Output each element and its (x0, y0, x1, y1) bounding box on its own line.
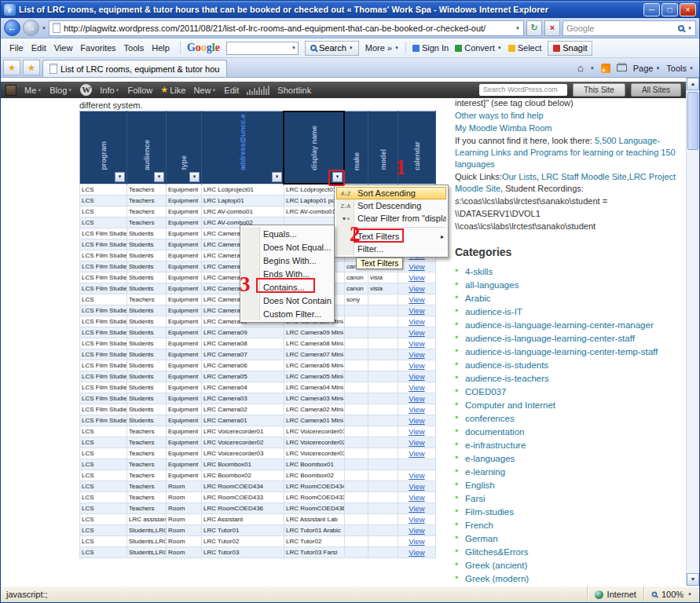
category-link-audience-is-teachers[interactable]: audience-is-teachers (465, 374, 549, 383)
zoom-control[interactable]: 100% ▼ (643, 587, 699, 602)
minimize-button[interactable]: ─ (643, 3, 660, 16)
filter-dropdown-button-program[interactable]: ▼ (115, 172, 125, 182)
wpbar-new-menu[interactable]: New▼ (193, 86, 216, 95)
sidebar-link[interactable]: My Moodle Wimba Room (455, 123, 552, 133)
submenu-item-begins-with[interactable]: Begins With... (242, 254, 332, 267)
view-link[interactable]: View (409, 372, 424, 381)
google-more-menu[interactable]: More » ▼ (365, 43, 399, 53)
view-link[interactable]: View (409, 295, 424, 304)
view-link[interactable]: View (409, 548, 424, 557)
category-link-conferences[interactable]: conferences (465, 414, 515, 423)
scroll-up-button[interactable]: ▲ (687, 78, 699, 90)
sidebar-link[interactable]: Other ways to find help (455, 111, 544, 120)
address-bar[interactable]: http://plagwitz.wordpress.com/2011/08/21… (49, 20, 524, 36)
google-search-button[interactable]: Search ▼ (305, 41, 359, 56)
home-dropdown-icon[interactable]: ▼ (590, 66, 595, 71)
back-button[interactable]: ← (4, 20, 20, 36)
wpbar-me-menu[interactable]: Me▼ (24, 86, 42, 95)
view-link[interactable]: View (409, 493, 424, 502)
home-button[interactable]: ⌂ (577, 62, 584, 74)
category-link-e-languages[interactable]: e-languages (465, 454, 515, 463)
filter-dropdown-button-display-name[interactable]: ▼ (332, 172, 343, 182)
category-link-glitches-errors[interactable]: Glitches&Errors (465, 547, 529, 557)
history-dropdown-icon[interactable]: ▼ (42, 26, 46, 31)
category-link-greek-modern[interactable]: Greek (modern) (465, 574, 529, 583)
wpbar-shortlink-button[interactable]: Shortlink (277, 86, 311, 95)
category-link-e-learning[interactable]: e-learning (465, 467, 505, 477)
category-link-documentation[interactable]: documentation (465, 427, 524, 437)
menu-view[interactable]: View (50, 42, 77, 54)
all-sites-button[interactable]: All Sites (631, 83, 681, 97)
menu-item-sort-descending[interactable]: Z↓ASort Descending (336, 199, 446, 212)
menu-item-sort-ascending[interactable]: A↓ZSort Ascending (336, 187, 446, 199)
stats-sparkline-icon[interactable] (247, 85, 269, 95)
view-link[interactable]: View (409, 284, 424, 293)
filter-dropdown-button-address-uncc-edu[interactable]: ▼ (272, 172, 282, 182)
view-link[interactable]: View (409, 306, 424, 315)
wpbar-edit-button[interactable]: Edit (224, 86, 239, 95)
category-link-audience-is-it[interactable]: audience-is-IT (465, 307, 522, 316)
zoom-dropdown-icon[interactable]: ▼ (687, 592, 692, 597)
view-link[interactable]: View (409, 383, 424, 392)
sidebar-link[interactable]: Our Lists (502, 172, 537, 181)
category-link-4-skills[interactable]: 4-skills (465, 267, 493, 276)
search-dropdown-icon[interactable]: ▼ (687, 26, 692, 31)
active-tab[interactable]: List of LRC rooms, equipment & tutor hou… (42, 60, 227, 77)
view-link[interactable]: View (409, 449, 424, 458)
add-favorite-button[interactable]: ★ (23, 60, 40, 75)
view-link[interactable]: View (409, 427, 424, 436)
maximize-button[interactable]: □ (662, 3, 678, 16)
menu-tools[interactable]: Tools (120, 42, 148, 54)
avatar[interactable] (5, 85, 16, 96)
google-select-button[interactable]: Select (508, 43, 542, 53)
submenu-item-does-not-contain[interactable]: Does Not Contain... (242, 294, 332, 307)
favorites-button[interactable]: ★ (3, 60, 20, 75)
category-link-german[interactable]: German (465, 534, 498, 543)
wpbar-follow-button[interactable]: Follow (128, 86, 153, 95)
view-link[interactable]: View (409, 394, 424, 403)
browser-search-box[interactable]: Google ▼ (563, 20, 696, 36)
category-link-audience-is-language-learning-center-temp-staff[interactable]: audience-is-language-learning-center-tem… (465, 347, 658, 356)
category-link-computer-and-internet[interactable]: Computer and Internet (465, 400, 555, 410)
scrollbar-thumb[interactable] (687, 92, 698, 150)
google-search-dropdown-icon[interactable]: ▼ (291, 46, 296, 50)
print-button[interactable] (617, 64, 627, 71)
submenu-item-ends-with[interactable]: Ends With... (242, 267, 332, 280)
view-link[interactable]: View (409, 361, 424, 370)
view-link[interactable]: View (409, 350, 424, 359)
filter-dropdown-button-type[interactable]: ▼ (189, 172, 200, 182)
category-link-coed037[interactable]: COED037 (465, 387, 506, 397)
category-link-audience-is-language-learning-center-staff[interactable]: audience-is-language-learning-center-sta… (465, 334, 635, 343)
search-icon[interactable] (678, 25, 684, 31)
feeds-button[interactable] (601, 64, 610, 73)
category-link-audience-is-language-learning-center-manager[interactable]: audience-is-language-learning-center-man… (465, 320, 654, 330)
snagit-button[interactable]: Snagit (548, 41, 592, 56)
forward-button[interactable]: → (23, 20, 39, 36)
submenu-item-contains[interactable]: Contains... (242, 280, 332, 294)
view-link[interactable]: View (409, 526, 424, 535)
view-link[interactable]: View (409, 317, 424, 326)
wpbar-info-menu[interactable]: Info▼ (100, 86, 119, 95)
view-link[interactable]: View (409, 515, 424, 524)
category-link-french[interactable]: French (465, 521, 493, 530)
category-link-e-infrastructure[interactable]: e-infrastructure (465, 440, 526, 450)
wpbar-like-button[interactable]: ★Like (160, 85, 185, 95)
view-link[interactable]: View (409, 438, 424, 447)
category-link-english[interactable]: English (465, 481, 495, 490)
menu-help[interactable]: Help (148, 42, 174, 54)
view-link[interactable]: View (409, 471, 424, 480)
view-link[interactable]: View (409, 273, 424, 282)
view-link[interactable]: View (409, 482, 424, 491)
view-link[interactable]: View (409, 262, 424, 271)
view-link[interactable]: View (409, 339, 424, 348)
view-link[interactable]: View (409, 416, 424, 425)
category-link-all-languages[interactable]: all-languages (465, 280, 519, 290)
category-link-audience-is-students[interactable]: audience-is-students (465, 360, 548, 370)
page-menu[interactable]: Page ▼ (633, 64, 661, 73)
menu-favorites[interactable]: Favorites (76, 42, 119, 54)
google-search-input[interactable]: ▼ (226, 42, 299, 55)
view-link[interactable]: View (409, 328, 424, 337)
wpbar-blog-menu[interactable]: Blog▼ (49, 86, 72, 95)
sidebar-link[interactable]: LRC Staff Moodle Site (541, 172, 627, 181)
category-link-greek-ancient[interactable]: Greek (ancient) (465, 561, 527, 570)
